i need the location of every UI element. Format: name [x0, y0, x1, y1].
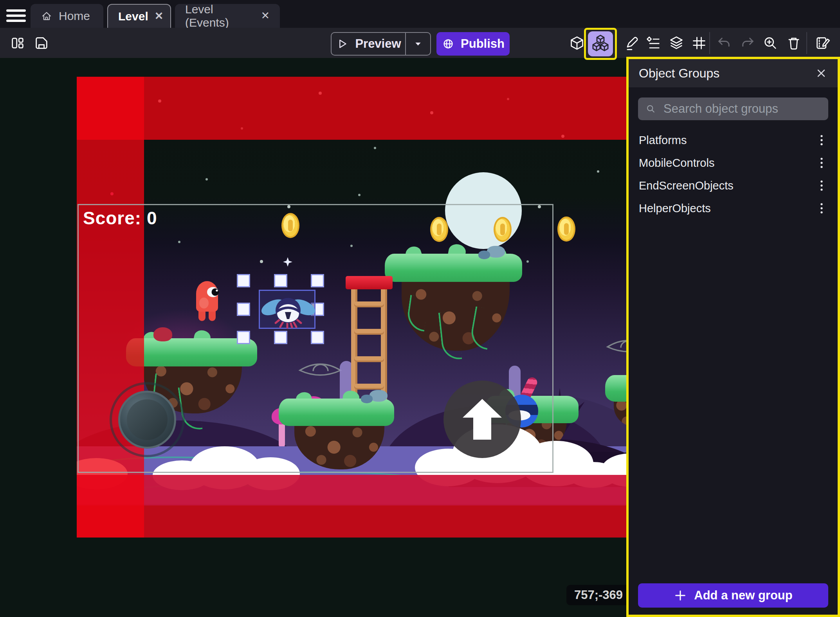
- plus-icon: [674, 589, 687, 602]
- ufo-outline-decoration: [604, 331, 629, 359]
- panel-layout-icon[interactable]: [10, 35, 25, 51]
- tab-level[interactable]: Level ✕: [107, 4, 171, 28]
- close-tab-icon[interactable]: ✕: [261, 11, 270, 21]
- cube-icon[interactable]: [569, 35, 585, 51]
- coin-object[interactable]: [557, 216, 575, 242]
- add-group-label: Add a new group: [694, 588, 792, 603]
- toolbar-separator: [709, 32, 710, 54]
- tab-level-events[interactable]: Level (Events) ✕: [175, 4, 280, 28]
- scene-properties-icon[interactable]: [815, 35, 831, 51]
- group-row-helperobjects[interactable]: HelperObjects: [629, 197, 838, 220]
- pencil-icon[interactable]: [624, 35, 640, 51]
- preview-button[interactable]: Preview: [331, 32, 431, 56]
- close-panel-icon[interactable]: [815, 67, 827, 79]
- grid-icon[interactable]: [691, 35, 707, 51]
- trash-icon[interactable]: [786, 35, 802, 51]
- play-icon: [335, 37, 349, 51]
- tab-label: Level (Events): [185, 3, 254, 29]
- panel-title: Object Groups: [639, 66, 719, 81]
- scene-canvas[interactable]: Score: 0: [77, 77, 629, 538]
- object-groups-icon[interactable]: [588, 31, 613, 56]
- group-name: EndScreenObjects: [639, 179, 734, 192]
- menu-hamburger-icon[interactable]: [6, 7, 26, 22]
- kebab-menu-icon[interactable]: [816, 202, 827, 215]
- cursor-coordinates-badge: 757;-369: [566, 585, 631, 605]
- tab-label: Home: [59, 9, 90, 23]
- preview-dropdown-button[interactable]: [405, 33, 430, 55]
- search-box[interactable]: [638, 97, 828, 120]
- joystick-knob[interactable]: [127, 399, 168, 440]
- group-row-mobilecontrols[interactable]: MobileControls: [629, 152, 838, 174]
- instances-list-icon[interactable]: [646, 35, 662, 51]
- tab-home[interactable]: Home: [31, 4, 103, 28]
- layers-icon[interactable]: [669, 35, 684, 51]
- tab-label: Level: [118, 10, 148, 23]
- publish-button[interactable]: Publish: [436, 32, 510, 56]
- red-wall-bottom-object[interactable]: [77, 475, 629, 505]
- undo-icon[interactable]: [716, 35, 732, 51]
- kebab-menu-icon[interactable]: [816, 156, 827, 170]
- chevron-down-icon: [412, 38, 424, 50]
- kebab-menu-icon[interactable]: [816, 134, 827, 147]
- kebab-menu-icon[interactable]: [816, 179, 827, 192]
- add-group-button[interactable]: Add a new group: [638, 583, 828, 608]
- search-input[interactable]: [663, 101, 820, 116]
- group-name: HelperObjects: [639, 202, 711, 215]
- search-icon: [646, 103, 656, 115]
- red-wall-bottom-object[interactable]: [77, 505, 629, 538]
- jump-button-object[interactable]: [443, 381, 521, 458]
- group-name: MobileControls: [639, 157, 714, 170]
- toolbar-separator: [806, 32, 807, 54]
- red-wall-top-object[interactable]: [77, 77, 629, 140]
- globe-icon: [442, 37, 455, 51]
- zoom-in-icon[interactable]: [762, 35, 778, 51]
- tab-bar: Home Level ✕ Level (Events) ✕: [0, 0, 840, 28]
- group-name: Platforms: [639, 134, 687, 147]
- redo-icon[interactable]: [740, 35, 755, 51]
- group-row-endscreenobjects[interactable]: EndScreenObjects: [629, 174, 838, 197]
- close-tab-icon[interactable]: ✕: [155, 11, 164, 22]
- object-groups-panel: Object Groups Platforms MobileControls: [626, 57, 840, 617]
- save-icon[interactable]: [34, 35, 49, 51]
- preview-label: Preview: [355, 37, 401, 51]
- publish-label: Publish: [461, 37, 505, 51]
- editor-window: Home Level ✕ Level (Events) ✕ Preview: [0, 0, 840, 617]
- score-text-object[interactable]: Score: 0: [83, 207, 157, 229]
- home-icon: [41, 10, 52, 22]
- group-row-platforms[interactable]: Platforms: [629, 129, 838, 152]
- up-arrow-icon: [463, 399, 502, 440]
- panel-header: Object Groups: [629, 59, 838, 87]
